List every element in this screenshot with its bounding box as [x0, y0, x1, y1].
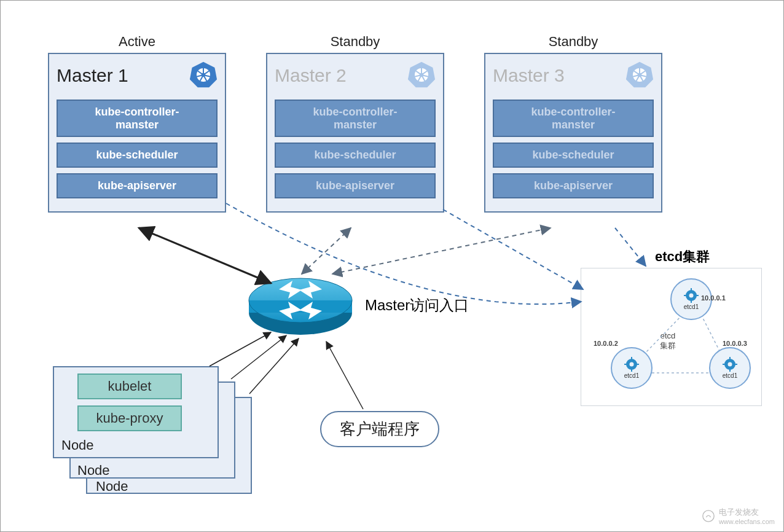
- svg-rect-32: [249, 300, 352, 313]
- svg-rect-39: [691, 288, 692, 291]
- kubernetes-logo-icon: [625, 60, 654, 91]
- kubernetes-logo-icon: [189, 60, 218, 91]
- client-program-box: 客户端程序: [320, 411, 439, 447]
- master-3-component-0: kube-controller-manster: [493, 100, 654, 137]
- master-title-2: Master 2: [275, 65, 347, 86]
- master-2-component-1: kube-scheduler: [275, 143, 436, 168]
- master-status-2: Standby: [267, 34, 443, 50]
- node-label-1: Node: [61, 437, 210, 453]
- etcd-ip-3: 10.0.0.3: [723, 340, 747, 347]
- watermark-brand: 电子发烧友: [719, 507, 775, 518]
- etcd-cluster-title: etcd集群: [655, 248, 710, 266]
- master-status-3: Standby: [485, 34, 661, 50]
- svg-point-44: [630, 362, 634, 367]
- svg-rect-40: [691, 300, 692, 303]
- node-comp-kubelet: kubelet: [77, 374, 182, 399]
- master-1-component-0: kube-controller-manster: [57, 100, 218, 137]
- svg-rect-41: [684, 295, 686, 296]
- etcd-ip-1: 10.0.0.1: [701, 294, 726, 302]
- etcd-cluster-box: etcd集群 etcd1etcd1etcd1 10.0.0.110.0.0.21…: [581, 268, 762, 406]
- node-label-3: Node: [96, 479, 128, 495]
- svg-point-9: [202, 73, 205, 77]
- svg-rect-52: [729, 369, 731, 372]
- svg-point-29: [638, 73, 641, 77]
- svg-rect-53: [723, 364, 725, 365]
- svg-rect-46: [631, 369, 632, 372]
- master-box-2: StandbyMaster 2kube-controller-mansterku…: [266, 53, 444, 213]
- svg-line-59: [615, 228, 646, 266]
- svg-rect-47: [624, 364, 627, 365]
- node-stack: kubelet kube-proxy Node Node Node: [53, 366, 252, 507]
- master-status-1: Active: [49, 34, 225, 50]
- master-1-component-1: kube-scheduler: [57, 143, 218, 168]
- etcd-ip-2: 10.0.0.2: [594, 340, 618, 347]
- svg-line-35: [701, 315, 721, 354]
- gear-icon: [684, 288, 699, 303]
- master-2-component-0: kube-controller-manster: [275, 100, 436, 137]
- master-box-1: ActiveMaster 1kube-controller-mansterkub…: [48, 53, 226, 213]
- svg-rect-54: [735, 364, 737, 365]
- kubernetes-logo-icon: [407, 60, 436, 91]
- watermark: 电子发烧友 www.elecfans.com: [702, 507, 775, 525]
- svg-line-57: [332, 228, 551, 274]
- svg-point-50: [728, 362, 732, 367]
- gear-icon: [723, 357, 737, 372]
- svg-rect-48: [637, 364, 639, 365]
- svg-rect-45: [631, 357, 632, 359]
- router-icon: [245, 265, 356, 338]
- etcd-node-3: etcd1: [709, 347, 751, 389]
- watermark-icon: [702, 509, 715, 523]
- svg-line-58: [443, 209, 583, 289]
- watermark-url: www.elecfans.com: [719, 518, 775, 525]
- master-3-component-2: kube-apiserver: [493, 173, 654, 198]
- master-1-component-2: kube-apiserver: [57, 173, 218, 198]
- master-box-3: StandbyMaster 3kube-controller-mansterku…: [484, 53, 662, 213]
- node-label-2: Node: [77, 463, 110, 479]
- svg-line-63: [326, 342, 363, 409]
- node-comp-kube-proxy: kube-proxy: [77, 405, 182, 431]
- svg-point-19: [420, 73, 423, 77]
- master-2-component-2: kube-apiserver: [275, 173, 436, 198]
- svg-point-38: [689, 294, 694, 298]
- router-label: Master访问入口: [365, 295, 469, 315]
- master-title-1: Master 1: [57, 65, 128, 86]
- master-title-3: Master 3: [493, 65, 565, 86]
- master-3-component-1: kube-scheduler: [493, 143, 654, 168]
- svg-line-62: [249, 338, 299, 394]
- svg-line-34: [643, 315, 683, 356]
- svg-point-64: [703, 510, 714, 522]
- svg-rect-51: [729, 357, 731, 359]
- svg-rect-42: [696, 295, 699, 296]
- etcd-node-2: etcd1: [611, 347, 653, 389]
- gear-icon: [624, 357, 639, 372]
